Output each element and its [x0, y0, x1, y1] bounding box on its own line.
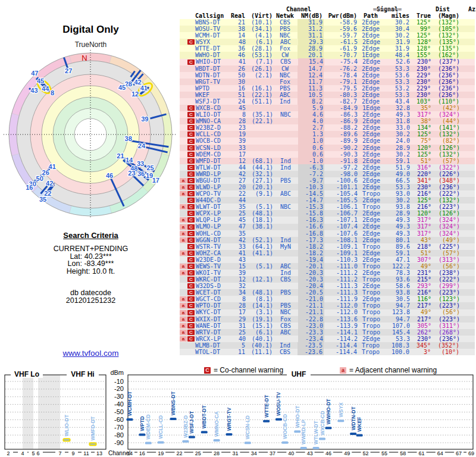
cell-real: 11 [231, 349, 245, 355]
cell-real: 15 [231, 263, 246, 270]
cell-magn: (126°) [431, 145, 460, 151]
cell-nm: -17.3 [298, 237, 324, 243]
cell-path: Tropo [357, 342, 384, 349]
cell-virt: (64.1) [246, 243, 273, 250]
cell-tru: 230° [410, 184, 431, 190]
cell-virt: (53.1) [245, 52, 273, 58]
cell-tru: 49° [410, 309, 431, 315]
cell-dist: 58.6 [385, 283, 410, 289]
table-row: aCWDEM-CD170.6-90.32Edge30.2125°(132°) [180, 151, 475, 158]
channel-tick-label: 7 [58, 450, 61, 456]
cell-magn: (225°) [431, 243, 460, 250]
cell-dist: 30.5 [385, 296, 410, 302]
station-marker [170, 418, 177, 420]
table-row: aCWLWD-LP20(20.1)-10.3-101.12Edge53.3230… [180, 184, 475, 190]
channel-tick-label: 22 [176, 450, 182, 456]
cell-real: 21 [231, 19, 245, 26]
cell-virt: (4.1) [245, 32, 273, 39]
cell-dist: 49.3 [385, 217, 410, 223]
co-channel-warning-badge: C [187, 132, 195, 137]
co-channel-warning-badge: C [187, 251, 195, 256]
cell-dist: 49.0 [385, 171, 410, 177]
station-marker-label: WTTE-DT [264, 395, 270, 418]
cell-tru: 317° [410, 217, 431, 223]
co-channel-warning-badge: C [187, 178, 195, 183]
cell-nm: -16.8 [298, 230, 324, 237]
station-marker [201, 431, 208, 433]
cell-pwr: -105.5 [324, 197, 358, 204]
cell-virt: (12.1) [246, 276, 273, 283]
cell-nm: -18.2 [298, 243, 324, 250]
cell-nm: -23.0 [298, 323, 324, 329]
adjacent-warning-badge: a [180, 303, 187, 308]
cell-dist: 47.1 [385, 256, 410, 263]
cell-real: 33 [231, 243, 246, 250]
cell-pwr: -90.2 [324, 145, 358, 151]
cell-tru: 317° [410, 230, 431, 237]
cell-magn: (42°) [431, 105, 460, 111]
radar-channel-label: 16 [26, 184, 33, 191]
cell-virt: (18.1) [246, 217, 273, 223]
cell-net: Ind [273, 98, 298, 105]
cell-nm: 10.5 [298, 92, 324, 98]
cell-cs: WSYX [195, 39, 231, 45]
radar-channel-label: 41 [49, 163, 56, 170]
cell-cs: WANE-DT [195, 323, 231, 329]
cell-magn: (324°) [431, 223, 460, 230]
cell-nm: -15.3 [298, 204, 324, 210]
channel-tick-label: 2 [7, 450, 10, 456]
radar-channel-label: 45 [118, 84, 126, 91]
cell-net: ABC [273, 329, 298, 336]
table-row: aCWEWS-TV15(5.1)ABC-20.1-111.0Tropo122.2… [180, 263, 475, 270]
cell-pwr: -106.1 [324, 204, 358, 210]
cell-virt: (34.1) [245, 26, 273, 32]
cell-cs: WBGU-DT [195, 177, 231, 184]
tvfool-link[interactable]: www.tvfool.com [0, 349, 181, 358]
co-channel-warning-badge: C [187, 39, 195, 45]
cell-magn: (236°) [431, 184, 460, 190]
cell-magn: (132°) [431, 197, 460, 204]
cell-pwr: -78.4 [324, 72, 357, 79]
cell-nm: -20.4 [298, 283, 324, 289]
table-row: aCW23BZ-D232.7-88.22Edge33.0134°(141°) [180, 124, 475, 131]
adjacent-warning-badge: a [180, 270, 187, 276]
cell-dist: 94.7 [385, 316, 410, 323]
cell-magn: (105°) [431, 26, 459, 32]
adjacent-warning-badge: a [180, 317, 187, 322]
channel-tick-label: 28 [214, 450, 220, 456]
cell-dist: 80.1 [385, 237, 410, 243]
cell-dist: 123.8 [385, 309, 410, 315]
cell-tru: 38° [410, 118, 431, 124]
cell-cs: WCMH-DT [194, 32, 231, 39]
cell-path: 2Edge [358, 118, 385, 124]
adjacent-warning-badge: a [180, 296, 187, 302]
co-channel-warning-badge: C [187, 105, 195, 111]
cell-tru: 262° [410, 329, 431, 336]
cell-pwr: -107.1 [324, 217, 358, 223]
cell-magn: (324°) [431, 230, 460, 237]
cell-virt: (6.1) [246, 39, 273, 45]
cell-cs: WPTD [194, 85, 231, 92]
cell-pwr: -101.1 [324, 184, 358, 190]
cell-path: 2Edge [358, 151, 385, 158]
cell-cs: WEWS-TV [195, 263, 231, 270]
cell-path: 2Edge [357, 19, 384, 26]
north-marker: N [82, 54, 87, 62]
cell-tru: 230° [410, 336, 431, 342]
cell-cs: WLMO-LP [195, 223, 231, 230]
cell-cs: WGCT-CD [195, 296, 231, 302]
cell-virt: (11.1) [245, 349, 273, 355]
cell-nm: 4.6 [298, 111, 324, 118]
cell-nm: 0.6 [298, 145, 324, 151]
cell-nm: -21.0 [298, 296, 324, 302]
uhf-title: UHF [292, 370, 306, 378]
cell-dist: 93.8 [385, 289, 410, 296]
cell-magn: (236°) [431, 336, 460, 342]
cell-cs: WLWT-DT [195, 204, 231, 210]
cell-nm: -20.3 [298, 276, 324, 283]
cell-pwr: -114.1 [324, 329, 358, 336]
cell-tru: 128° [410, 39, 431, 45]
co-channel-warning-badge: C [187, 270, 195, 276]
cell-magn: (56°) [431, 263, 460, 270]
cell-nm: -1.0 [298, 158, 324, 164]
